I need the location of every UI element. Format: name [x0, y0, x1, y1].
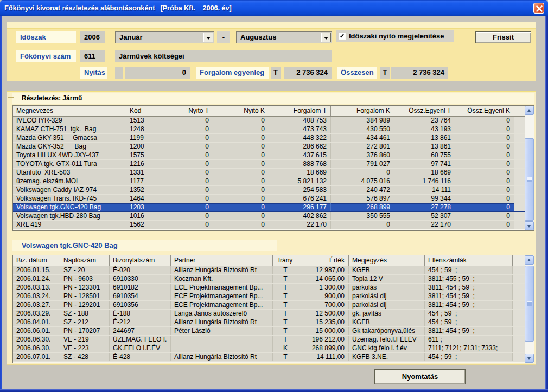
table-cell: 2006.03.13. — [13, 284, 60, 292]
table-row[interactable]: 2006.06.30.VE - 219ÜZEMAG. FELO I.T196 2… — [13, 336, 525, 344]
table-cell: GNC ktg.felo l. f.év — [349, 344, 425, 352]
table-row[interactable]: 2006.01.24.PN - 96036910330Koczman Kft.T… — [13, 275, 525, 284]
table-row[interactable]: 2006.01.15.SZ - 20É-020Allianz Hungária … — [13, 266, 525, 275]
transactions-table-body: 2006.01.15.SZ - 20É-020Allianz Hungária … — [13, 266, 525, 363]
table-cell: Mazda GKY-352 Bag — [13, 143, 126, 151]
table-row[interactable]: Volswagen tgk.GNC-420 Bag120300296 17726… — [13, 203, 525, 212]
table-row[interactable]: Mazda GKY-352 Bag120000286 662272 80113 … — [13, 143, 525, 151]
table-cell: 350 555 — [331, 212, 394, 220]
table-cell: 5 821 132 — [269, 177, 331, 185]
table-row[interactable]: 2006.07.01.SZ - 428É-428Allianz Hungária… — [13, 353, 525, 362]
table-cell: 0 — [213, 221, 269, 229]
table-row[interactable]: Volswagen tgk.HBD-280 Bag101600402 86235… — [13, 212, 525, 221]
table-cell-filler — [514, 160, 525, 168]
filter-panel: Időszak 2006 Január - Augusztus Időszaki… — [7, 22, 536, 81]
opening-checkbox-label: Időszaki nyitó megjelenítése — [349, 30, 444, 42]
year-field[interactable]: 2006 — [80, 31, 105, 43]
period-label: Időszak — [16, 31, 76, 43]
table-cell: 196 212,00 — [298, 336, 349, 344]
table-cell: 0 — [455, 125, 514, 133]
table-cell: 0 — [158, 221, 213, 229]
table-row[interactable]: 2006.03.24.PN - 1285016910354ECE Projekt… — [13, 292, 525, 301]
scroll-thumb[interactable] — [525, 266, 534, 342]
table-cell: T — [273, 318, 298, 326]
table-cell-filler — [514, 143, 525, 151]
table-cell: 454 ; 59 ; — [425, 318, 513, 326]
table-cell-filler — [514, 134, 525, 142]
scroll-up-button[interactable] — [525, 255, 534, 265]
table-row[interactable]: 2006.03.13.PN - 1233016910182ECE Projekt… — [13, 284, 525, 292]
scroll-down-button[interactable] — [525, 221, 534, 230]
table-row[interactable]: Utanfuto XRL-50313310018 669018 6690 — [13, 169, 525, 177]
table-row[interactable]: 2006.04.01.SZ - 212É-212Allianz Hungária… — [13, 318, 525, 327]
table-cell: 676 241 — [269, 195, 331, 203]
table-cell: 2006.04.01. — [13, 318, 60, 326]
table-cell: 0 — [455, 143, 514, 151]
table-row[interactable]: üzemag. elszám.MOL1177005 821 1324 075 0… — [13, 177, 525, 186]
table-cell: SZ - 212 — [60, 318, 110, 326]
scroll-up-button[interactable] — [525, 106, 534, 115]
table-cell-filler — [513, 284, 525, 292]
print-button[interactable]: Nyomtatás — [374, 369, 466, 384]
table-cell-filler — [514, 186, 525, 194]
scroll-down-button[interactable] — [525, 354, 534, 363]
table-cell: SZ - 188 — [60, 310, 110, 318]
table-row[interactable]: Volkswagen Caddy IAZ-974135200254 583240… — [13, 186, 525, 195]
transactions-table-scrollbar[interactable] — [525, 255, 534, 363]
table-cell-filler — [514, 151, 525, 159]
table-cell-filler — [513, 275, 525, 283]
table-cell: 2006.06.01. — [13, 327, 60, 335]
table-cell: 700,00 — [298, 301, 349, 309]
table-cell-filler — [513, 266, 525, 274]
close-button[interactable] — [533, 3, 544, 14]
table-cell: 27 278 — [394, 203, 455, 211]
table-row[interactable]: KAMAZ CTH-751 tgk. Bag124800473 743430 5… — [13, 125, 525, 134]
scroll-thumb[interactable] — [525, 138, 534, 221]
table-cell-filler — [514, 125, 525, 133]
table-cell: É-020 — [110, 266, 171, 274]
table-row[interactable]: IVECO IYR-329151300408 753384 98923 7640 — [13, 117, 525, 125]
table-cell-filler — [513, 301, 525, 309]
table-cell: 2006.06.30. — [13, 344, 60, 352]
table-row[interactable]: 2006.06.30.VE - 223GK.FELO I.F.ÉVK268 89… — [13, 344, 525, 353]
table-row[interactable]: Mazda GKY-351 Gmacsa119900448 322434 461… — [13, 134, 525, 143]
month-from-dropdown-button[interactable] — [203, 33, 213, 42]
table-cell: 6910182 — [110, 284, 171, 292]
table-cell: 2006.01.15. — [13, 266, 60, 274]
column-header: Össz.Egyenl T — [394, 106, 455, 116]
column-header-filler — [513, 255, 525, 266]
detail-table-scrollbar[interactable] — [525, 106, 534, 230]
table-cell-filler — [514, 177, 525, 185]
table-row[interactable]: 2006.03.29.SZ - 188É-188Langa János autó… — [13, 310, 525, 318]
column-header: Forgalom T — [269, 106, 331, 116]
table-cell: 448 322 — [269, 134, 331, 142]
table-cell: T — [273, 301, 298, 309]
opening-side-box — [115, 67, 123, 79]
column-header: Naplószám — [60, 255, 110, 266]
table-row[interactable]: 2006.03.27.PN - 1292016910356ECE Projekt… — [13, 301, 525, 310]
column-header: Irány — [273, 255, 298, 266]
table-cell: Volswagen tgk.GNC-420 Bag — [13, 203, 126, 211]
table-cell: 1016 — [126, 212, 158, 220]
table-row[interactable]: TOYOTA tgk. GTX-011 Tura121600888 768791… — [13, 160, 525, 169]
chevron-down-icon — [206, 37, 211, 40]
column-header: Össz.Egyenl K — [455, 106, 514, 116]
month-from-select[interactable]: Január — [115, 31, 214, 43]
close-icon — [536, 5, 543, 12]
table-row[interactable]: 2006.06.01.PN - 170207244697Péter László… — [13, 327, 525, 336]
table-cell: Üzemag. felo.I.FÉLÉV — [349, 336, 425, 344]
table-cell: Koczman Kft. — [171, 275, 273, 283]
opening-checkbox[interactable] — [339, 33, 346, 40]
month-to-select[interactable]: Augusztus — [236, 31, 332, 43]
table-cell: SZ - 20 — [60, 266, 110, 274]
table-cell: 15 235,00 — [298, 318, 349, 326]
table-row[interactable]: Volkswagen Trans. IKD-745146400676 24157… — [13, 195, 525, 203]
transactions-table-header: Biz. dátumNaplószámBizonylatszámPartnerI… — [13, 255, 525, 266]
range-dash: - — [217, 31, 230, 43]
month-to-dropdown-button[interactable] — [321, 33, 331, 42]
table-row[interactable]: XRL 41915620022 170022 1700 — [13, 221, 525, 229]
table-row[interactable]: Toyota HILUX 4WD JXY-437157500437 615376… — [13, 151, 525, 160]
table-cell: 2006.03.27. — [13, 301, 60, 309]
refresh-button[interactable]: Frissít — [475, 31, 531, 43]
account-number-field[interactable]: 611 — [80, 50, 105, 62]
